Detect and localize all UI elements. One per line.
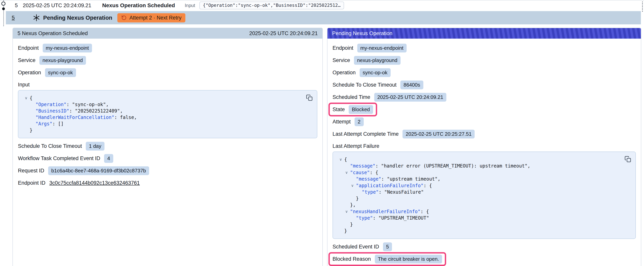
json-line: ∨"cause": {	[335, 169, 622, 176]
json-line: }	[335, 221, 622, 228]
chevron-down-icon[interactable]: ∨	[343, 208, 350, 215]
detail-panels: 5 Nexus Operation Scheduled 2025-02-25 U…	[12, 28, 641, 266]
field-endpoint: Endpointmy-nexus-endpoint	[332, 44, 636, 53]
field-service: Servicenexus-playground	[332, 56, 636, 65]
json-text: {	[30, 95, 32, 101]
field-label: Schedule To Close Timeout	[332, 82, 396, 88]
event-panel-body: Endpointmy-nexus-endpointServicenexus-pl…	[13, 39, 322, 196]
json-text: }	[30, 128, 32, 133]
field-endpoint-id: Endpoint ID3c0c75ccfa8144b092c13ce632463…	[18, 179, 317, 187]
field-wrap: Endpointmy-nexus-endpoint	[332, 44, 406, 53]
annotation-highlight: StateBlocked	[328, 103, 377, 116]
input-preview-chip[interactable]: {"Operation":"sync-op-ok","BusinessID":"…	[200, 2, 344, 9]
json-line: }	[335, 195, 622, 202]
json-text: : "upstream timeout",	[381, 176, 440, 182]
chevron-down-icon[interactable]: ∨	[349, 182, 356, 189]
json-line: "Args": []	[21, 121, 303, 127]
json-key: "Operation"	[36, 102, 66, 107]
json-line: "message": "handler error (UPSTREAM_TIME…	[335, 163, 622, 169]
field-operation: Operationsync-op-ok	[332, 68, 636, 77]
pending-panel-header: Pending Nexus Operation	[328, 28, 641, 39]
scrollbar[interactable]	[642, 2, 643, 12]
json-key: "BusinessID"	[36, 108, 69, 114]
pending-operation-panel: Pending Nexus Operation Endpointmy-nexus…	[327, 28, 641, 266]
event-id-link[interactable]: 5	[12, 15, 15, 21]
field-value-badge: sync-op-ok	[360, 68, 390, 77]
json-text: : {	[370, 170, 378, 175]
timeline-node-icon	[1, 2, 6, 6]
field-value-badge: 5	[383, 242, 392, 251]
field-wrap: Operationsync-op-ok	[18, 68, 76, 77]
field-wrap: Last Attempt Complete Time2025-02-25 UTC…	[332, 130, 474, 138]
field-value-badge: 2025-02-25 UTC 20:24:09.21	[374, 93, 446, 102]
section-label-input: Input	[18, 82, 317, 88]
field-label: Scheduled Event ID	[332, 244, 379, 250]
field-label: Attempt	[332, 119, 351, 125]
json-key: "type"	[362, 189, 379, 195]
json-text: }	[344, 228, 347, 234]
copy-icon[interactable]	[624, 155, 632, 164]
json-text: : []	[52, 121, 64, 127]
field-label: Endpoint	[18, 45, 39, 51]
field-label: Workflow Task Completed Event ID	[18, 155, 100, 161]
pending-panel-body: Endpointmy-nexus-endpointServicenexus-pl…	[328, 39, 641, 266]
copy-icon[interactable]	[305, 94, 314, 102]
section-label-last-attempt-failure: Last Attempt Failure	[332, 143, 636, 149]
event-timestamp: 2025-02-25 UTC 20:24:09.21	[23, 3, 91, 9]
field-last-attempt-complete-time: Last Attempt Complete Time2025-02-25 UTC…	[332, 130, 636, 138]
field-value-badge: sync-op-ok	[45, 68, 76, 77]
field-value-link[interactable]: 3c0c75ccfa8144b092c13ce632463761	[49, 180, 140, 186]
field-label: Request ID	[18, 168, 44, 174]
json-key: "nexusHandlerFailureInfo"	[350, 209, 420, 214]
field-request-id: Request IDb1c6a4bc-8ee7-468a-9169-df3b02…	[18, 166, 317, 175]
json-line: ∨"applicationFailureInfo": {	[335, 182, 622, 189]
chevron-down-icon[interactable]: ∨	[337, 156, 344, 163]
json-key: "applicationFailureInfo"	[356, 183, 424, 188]
field-label: Endpoint ID	[18, 180, 46, 186]
field-label: Operation	[18, 70, 41, 76]
nexus-asterisk-icon	[33, 14, 40, 22]
json-line: ∨{	[335, 156, 622, 163]
json-line: "type": "NexusFailure"	[335, 189, 622, 195]
field-schedule-to-close-timeout: Schedule To Close Timeout86400s	[332, 81, 636, 89]
field-wrap: Schedule To Close Timeout86400s	[332, 81, 423, 89]
field-value-badge: my-nexus-endpoint	[43, 44, 92, 53]
field-label: Last Attempt Complete Time	[332, 131, 398, 137]
field-wrap: Servicenexus-playground	[18, 56, 86, 65]
json-text: : "NexusFailure"	[379, 189, 424, 195]
json-key: "cause"	[350, 170, 370, 175]
field-workflow-task-completed-event-id: Workflow Task Completed Event ID4	[18, 154, 317, 163]
json-text: : "handler error (UPSTREAM_TIMEOUT): ups…	[376, 163, 530, 169]
field-label: State	[332, 107, 345, 113]
chevron-down-icon[interactable]: ∨	[343, 169, 350, 176]
json-viewer: ∨{"Operation": "sync-op-ok","BusinessID"…	[18, 90, 317, 138]
event-panel-header: 5 Nexus Operation Scheduled 2025-02-25 U…	[13, 28, 322, 39]
field-wrap: Schedule To Close Timeout1 day	[18, 142, 104, 151]
json-key: "HandlerWaitForCancellation"	[36, 115, 114, 120]
field-value-badge: 1 day	[86, 142, 104, 151]
field-value-badge: 86400s	[400, 81, 423, 89]
field-value-badge: my-nexus-endpoint	[357, 44, 406, 53]
json-viewer: ∨{"message": "handler error (UPSTREAM_TI…	[332, 152, 636, 239]
event-id[interactable]: 5	[15, 3, 18, 9]
json-text: : false,	[114, 115, 137, 120]
retry-attempt-badge: Attempt 2 · Next Retry	[117, 13, 185, 23]
field-attempt: Attempt2	[332, 117, 636, 126]
json-text: : "20250225122409",	[69, 108, 123, 114]
json-key: "message"	[350, 163, 376, 169]
event-panel-timestamp: 2025-02-25 UTC 20:24:09.21	[249, 31, 318, 37]
field-label: Endpoint	[332, 45, 354, 51]
timeline-event-row[interactable]: 5 2025-02-25 UTC 20:24:09.21 Nexus Opera…	[6, 1, 641, 11]
field-service: Servicenexus-playground	[18, 56, 317, 65]
event-title: Nexus Operation Scheduled	[102, 2, 175, 9]
input-label: Input	[185, 3, 195, 8]
field-scheduled-event-id: Scheduled Event ID5	[332, 242, 636, 251]
field-label: Blocked Reason	[332, 256, 371, 262]
pending-operation-row[interactable]: 5 Pending Nexus Operation Attempt 2 · Ne…	[6, 11, 641, 24]
field-wrap: Scheduled Time2025-02-25 UTC 20:24:09.21	[332, 93, 446, 102]
json-text: : {	[420, 209, 429, 214]
field-wrap: Attempt2	[332, 117, 364, 126]
field-value-badge: nexus-playground	[354, 56, 400, 65]
field-state: StateBlocked	[332, 105, 636, 114]
chevron-down-icon[interactable]: ∨	[22, 95, 30, 101]
